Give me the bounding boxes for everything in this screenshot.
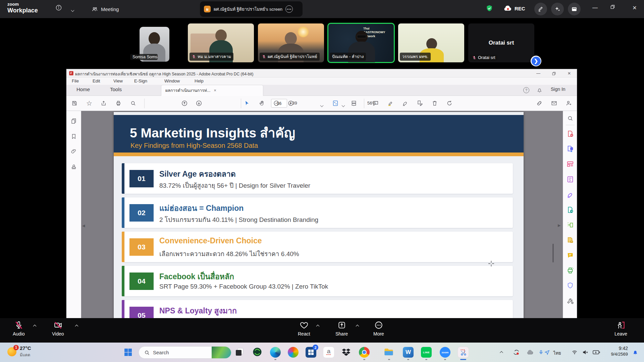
copilot-icon[interactable] [288,347,299,358]
help-icon[interactable]: ? [523,87,529,93]
menu-window[interactable]: Window [164,78,180,83]
star-icon[interactable]: ☆ [86,99,92,107]
notifications-bell-icon[interactable] [537,87,542,93]
stamps-icon[interactable] [71,164,77,170]
menu-help[interactable]: Help [195,78,204,83]
react-button[interactable]: React [298,321,310,337]
tab-document[interactable]: ผลการดำเนินงานการท่... × [161,85,263,96]
task-view-button[interactable] [234,347,245,358]
wifi-icon[interactable] [571,349,578,355]
share-with-people-icon[interactable] [566,100,572,107]
info-icon[interactable] [55,4,62,11]
document-tab-close-icon[interactable]: × [214,88,216,93]
page-thumbnails-icon[interactable] [70,118,77,124]
dropbox-icon[interactable] [341,347,352,358]
organize-pages-icon[interactable] [417,100,423,107]
react-options-chevron[interactable] [317,323,319,329]
word-icon[interactable]: W [403,347,414,358]
participant-tile-active-speaker[interactable]: Thai GASTRONOMY Network ปัณณทัต - ลำปาง [328,23,394,62]
next-participants-button[interactable]: ❯ [531,56,541,66]
share-options-chevron[interactable] [356,323,359,329]
acrobat-restore-button[interactable] [549,70,559,77]
chrome-browser-icon[interactable] [359,347,370,358]
comment-tool-icon[interactable] [567,252,574,259]
scan-ocr-tool-icon[interactable] [567,267,574,274]
attachments-icon[interactable] [71,148,77,154]
highlighter-icon[interactable] [387,100,394,107]
notifications-bell-icon[interactable] [632,349,639,356]
acrobat-close-button[interactable]: ✕ [564,70,574,77]
security-shield-icon[interactable] [485,4,493,12]
zoom-app-icon[interactable]: zoom [440,347,450,358]
participant-tile[interactable]: Oratai srt Oratai srt [468,23,534,62]
battery-icon[interactable] [593,350,600,355]
fill-sign-tool-icon[interactable] [567,191,574,198]
acrobat-titlebar[interactable]: ผลการดำเนินงานการท่องเที่ยวเชิงพาณิชย์ ฤ… [66,69,577,77]
link-icon[interactable] [536,100,543,107]
recording-indicator[interactable]: REC [503,5,525,12]
search-highlight-image[interactable] [212,347,231,359]
menu-view[interactable]: View [113,78,123,83]
window-restore-button[interactable] [610,5,620,9]
tab-shared-screen[interactable]: ผ ผศ.ณัฐนันท์ ฐิติยาปราโมทย์'s screen ••… [200,1,303,17]
microsoft-store-icon[interactable]: 2 [306,347,316,358]
menu-esign[interactable]: E-Sign [134,78,147,83]
volume-muted-icon[interactable] [582,349,589,355]
fit-page-icon[interactable] [332,100,339,107]
export-pdf-tool-icon[interactable] [567,145,574,153]
edit-pdf-tool-icon[interactable] [567,160,574,168]
participant-tile[interactable]: ผศ.ณัฐนันท์ ฐิติยาปราโมทย์ [258,23,324,62]
delete-pages-icon[interactable] [432,100,438,107]
menu-edit[interactable]: Edit [93,78,100,83]
protect-tool-icon[interactable] [567,282,574,289]
share-file-icon[interactable] [101,100,107,106]
leave-button[interactable]: Leave [614,321,627,337]
menu-file[interactable]: File [72,78,79,83]
file-explorer-icon[interactable] [384,347,394,358]
tray-sync-recording-icon[interactable] [513,349,520,356]
scroll-left-arrow-icon[interactable]: ◀ [82,224,85,228]
find-icon[interactable] [130,100,136,106]
participant-tile[interactable]: Somsa Somsa [140,27,169,62]
bookmarks-icon[interactable] [71,133,77,139]
rotate-pages-icon[interactable] [446,100,453,107]
clock[interactable]: 9:42 9/4/2569 [606,346,628,357]
vertical-scrollbar[interactable] [552,244,554,262]
app-a-icon[interactable]: a•••• [323,347,334,358]
audio-button[interactable]: Audio [13,321,25,337]
save-icon[interactable] [71,100,77,106]
fit-dropdown-icon[interactable] [342,102,344,108]
ai-companion-button[interactable] [551,3,564,15]
create-pdf-tool-icon[interactable] [567,130,574,137]
tab-options-icon[interactable]: ••• [285,5,293,13]
acrobat-minimize-button[interactable]: — [533,70,543,77]
snipping-tool-icon[interactable] [458,347,469,358]
window-minimize-button[interactable]: — [590,5,600,11]
chevron-down-icon[interactable] [71,7,74,13]
tray-onedrive-icon[interactable] [526,349,534,356]
search-tools-icon[interactable] [567,115,573,122]
tray-location-icon[interactable] [544,350,550,355]
scroll-right-arrow-icon[interactable]: ▶ [558,223,560,228]
zoom-out-icon[interactable] [273,100,280,107]
more-button[interactable]: More [373,321,384,337]
apps-button[interactable] [568,3,581,15]
sign-in-button[interactable]: Sign In [551,86,566,92]
window-close-button[interactable]: ✕ [630,5,639,11]
more-tools-icon[interactable] [567,297,574,304]
tab-home[interactable]: Home [76,86,90,92]
video-button[interactable]: Video [52,321,64,337]
participant-tile[interactable]: หม ม.มหาสารคาม [188,23,254,62]
start-button[interactable] [124,349,132,356]
send-for-signature-tool-icon[interactable] [567,206,574,214]
email-icon[interactable] [551,100,557,107]
line-app-icon[interactable]: LINE [421,347,432,358]
compare-files-tool-icon[interactable] [567,237,574,244]
crop-pages-tool-icon[interactable] [567,221,574,229]
weather-widget[interactable]: 1 27°C มีแดด [7,345,31,358]
fill-sign-icon[interactable] [402,100,409,107]
audio-options-chevron[interactable] [34,323,36,329]
tray-voice-access-icon[interactable] [539,349,544,355]
share-button[interactable]: Share [335,321,348,337]
prepare-form-tool-icon[interactable] [567,176,574,183]
